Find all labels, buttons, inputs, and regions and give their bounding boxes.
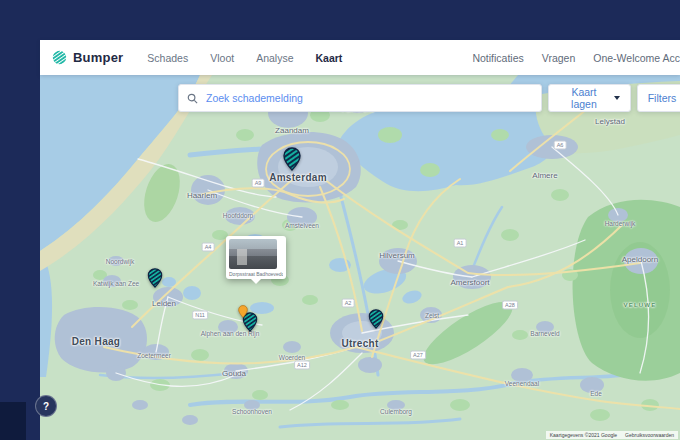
road-shield-a1: A1 (454, 239, 467, 248)
map-label-leiden: Leiden (152, 299, 176, 308)
attribution-terms-link[interactable]: Gebruiksvoorwaarden (625, 432, 674, 438)
map-toolbar: Kaart lagen Filters (178, 84, 680, 112)
chevron-down-icon (614, 96, 620, 100)
map-label-apeldoorn: Apeldoorn (622, 255, 658, 264)
search-icon (187, 93, 198, 104)
help-button[interactable]: ? (35, 395, 57, 417)
map-label-amersfoort: Amersfoort (450, 278, 489, 287)
search-box[interactable] (178, 84, 542, 112)
map-label-zaandam: Zaandam (275, 126, 309, 135)
filters-label: Filters (648, 92, 677, 104)
nav-item-kaart[interactable]: Kaart (316, 52, 343, 64)
map-label-culemborg: Culemborg (380, 408, 412, 415)
damage-photo-thumbnail (229, 239, 277, 269)
map-layers-button[interactable]: Kaart lagen (548, 84, 631, 112)
nav-item-one-welcome-acc[interactable]: One-Welcome Acc (593, 52, 680, 64)
top-navigation-bar: Bumper SchadesVlootAnalyseKaart Notifica… (40, 40, 680, 75)
map-label-utrecht: Utrecht (341, 338, 378, 349)
map-overlays: AmsterdamZaandamPurmerendAlmereLelystadH… (40, 75, 680, 440)
map-label-ede: Ede (590, 390, 602, 397)
road-shield-a4: A4 (202, 243, 215, 252)
nav-item-vragen[interactable]: Vragen (542, 52, 575, 64)
map-label-den-haag: Den Haag (72, 336, 121, 347)
nav-item-schades[interactable]: Schades (147, 52, 188, 64)
map-label-veluwe: VELUWE (624, 302, 657, 308)
road-shield-a9: A9 (252, 179, 265, 188)
search-input[interactable] (204, 91, 533, 105)
map-layers-label: Kaart lagen (559, 86, 609, 110)
map-label-gouda: Gouda (222, 369, 246, 378)
road-shield-n11: N11 (192, 311, 208, 320)
secondary-nav: NotificatiesVragenOne-Welcome Acc (452, 52, 680, 64)
app-window: Bumper SchadesVlootAnalyseKaart Notifica… (40, 40, 680, 440)
map-label-almere: Almere (532, 171, 557, 180)
road-shield-a6: A6 (554, 141, 567, 150)
background-corner-accent (0, 402, 26, 440)
popup-caption: Dorpsstraat Badhoevedorp (229, 271, 283, 277)
filters-button[interactable]: Filters (637, 84, 680, 112)
road-shield-a12: A12 (294, 361, 310, 370)
nav-item-analyse[interactable]: Analyse (256, 52, 293, 64)
main-nav: SchadesVlootAnalyseKaart (147, 52, 342, 64)
map-label-harderwijk: Harderwijk (605, 220, 636, 227)
road-shield-a28: A28 (502, 301, 518, 310)
nav-item-vloot[interactable]: Vloot (210, 52, 234, 64)
damage-marker[interactable] (368, 309, 384, 333)
map-popup[interactable]: Dorpsstraat Badhoevedorp (226, 236, 286, 279)
map-label-zoetermeer: Zoetermeer (137, 352, 171, 359)
map-attribution: Kaartgegevens ©2021 Google Gebruiksvoorw… (546, 431, 678, 439)
damage-marker[interactable] (147, 268, 163, 292)
map-label-barneveld: Barneveld (530, 330, 559, 337)
damage-marker[interactable] (283, 147, 302, 175)
map-label-veenendaal: Veenendaal (505, 380, 539, 387)
map-label-haarlem: Haarlem (187, 191, 217, 200)
map-label-amstelveen: Amstelveen (285, 222, 319, 229)
road-shield-a27: A27 (410, 351, 426, 360)
road-shield-a2: A2 (342, 299, 355, 308)
brand: Bumper (52, 50, 123, 65)
map-label-hoofddorp: Hoofddorp (223, 212, 253, 219)
attribution-copyright: Kaartgegevens ©2021 Google (550, 432, 617, 438)
map-label-katwijk-aan-zee: Katwijk aan Zee (93, 280, 139, 287)
map-label-schoonhoven: Schoonhoven (232, 408, 272, 415)
map[interactable]: AmsterdamZaandamPurmerendAlmereLelystadH… (40, 75, 680, 440)
selected-damage-marker[interactable] (238, 304, 248, 322)
map-label-woerden: Woerden (279, 354, 305, 361)
map-label-lelystad: Lelystad (595, 117, 625, 126)
bumper-logo-icon (52, 50, 67, 65)
map-label-zeist: Zeist (425, 312, 439, 319)
map-label-noordwijk: Noordwijk (106, 258, 135, 265)
brand-name: Bumper (73, 50, 123, 65)
nav-item-notificaties[interactable]: Notificaties (472, 52, 523, 64)
map-label-hilversum: Hilversum (379, 251, 415, 260)
